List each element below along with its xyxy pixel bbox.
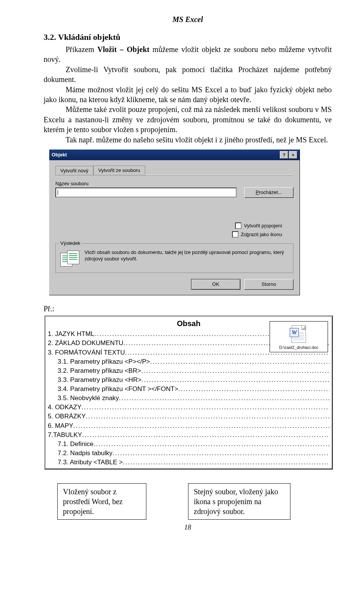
icon-label: Zobrazit jako ikonu	[241, 232, 282, 237]
toc-line: 5. OBRÁZKY..............................…	[48, 412, 329, 421]
dialog-tabs: Vytvořit nový Vytvořit ze souboru	[55, 166, 293, 175]
word-file-icon: W	[292, 325, 306, 343]
link-checkbox[interactable]	[235, 222, 242, 229]
callout-right: Stejný soubor, vložený jako ikona s prop…	[188, 483, 290, 520]
result-text: Vloží obsah souboru do dokumentu, takže …	[85, 249, 289, 262]
dialog-title: Objekt	[52, 152, 279, 158]
toc-line: 7.1. Definice...........................…	[48, 440, 329, 449]
ok-button[interactable]: OK	[191, 279, 240, 290]
toc-line: 3.3. Parametry příkazu <HR>.............…	[48, 375, 329, 385]
filename-input[interactable]	[55, 188, 237, 197]
result-fieldset: Výsledek Vloží obsah souboru do dokument…	[55, 243, 293, 273]
page-number: 18	[44, 524, 332, 531]
embedded-sheet: Obsah 1. JAZYK HTML.....................…	[44, 315, 333, 470]
toc-line: 3.4. Parametry příkazu <FONT ></FONT>...…	[48, 385, 329, 394]
linked-file-icon[interactable]: W D:\cast2_druhaci.doc	[270, 321, 328, 352]
result-legend: Výsledek	[59, 240, 82, 246]
toc-line: 4. ODKAZY...............................…	[48, 403, 329, 412]
section-title: 3.2. Vkládání objektů	[44, 32, 332, 42]
tab-create-from-file[interactable]: Vytvořit ze souboru	[93, 166, 145, 175]
toc-line: 7.2. Nadpis tabulky.....................…	[48, 449, 329, 458]
callout-left: Vložený soubor z prostředí Word, bez pro…	[57, 483, 146, 520]
link-label: Vytvořit propojení	[244, 223, 282, 229]
example-label: Př.:	[44, 304, 332, 313]
body-text: Příkazem Vložit – Objekt můžeme vložit o…	[44, 44, 332, 145]
filename-label: Název souboru	[55, 181, 293, 186]
close-button[interactable]: ×	[289, 151, 297, 159]
object-dialog: Objekt ? × Vytvořit nový Vytvořit ze sou…	[49, 149, 300, 295]
toc-line: 3.1. Parametry příkazu <P></P>..........…	[48, 357, 329, 366]
browse-button[interactable]: Procházet...	[244, 187, 293, 198]
result-icon	[60, 251, 79, 267]
cancel-button[interactable]: Storno	[244, 279, 293, 290]
toc-line: 6. MAPY.................................…	[48, 421, 329, 430]
page-header: MS Excel	[44, 15, 332, 24]
linked-file-caption: D:\cast2_druhaci.doc	[272, 345, 325, 350]
toc-line: 7.3. Atributy <TABLE >..................…	[48, 458, 329, 467]
tab-create-new[interactable]: Vytvořit nový	[55, 166, 93, 175]
help-button[interactable]: ?	[280, 151, 288, 159]
toc-line: 7.TABULKY...............................…	[48, 430, 329, 440]
toc-line: 3.2. Parametry příkazu <BR>.............…	[48, 366, 329, 375]
icon-checkbox[interactable]	[232, 231, 238, 238]
toc-line: 7.4. Atributy řádku.....................…	[48, 467, 329, 470]
dialog-titlebar: Objekt ? ×	[49, 150, 300, 160]
toc-line: 3.5. Neobvyklé znaky....................…	[48, 394, 329, 403]
